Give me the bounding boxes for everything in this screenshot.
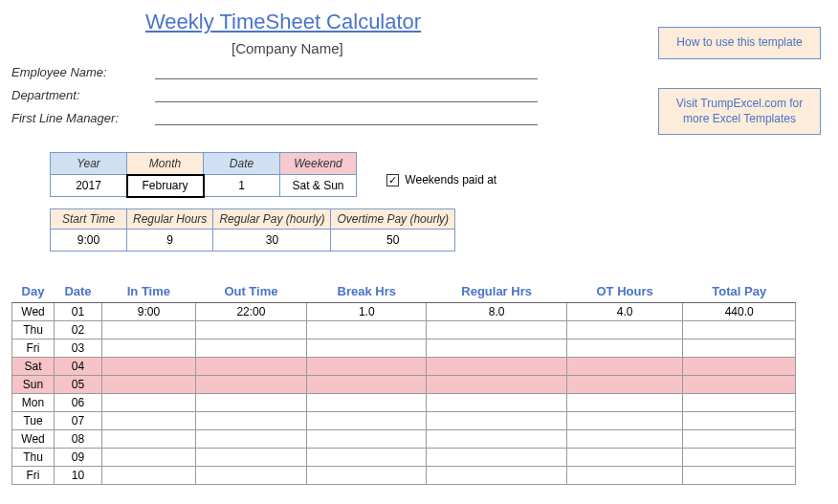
table-row: Thu02 [12, 321, 796, 340]
weekend-cell[interactable]: Sat & Sun [280, 175, 357, 197]
department-input-line[interactable] [155, 87, 538, 102]
cell-day[interactable]: Tue [12, 412, 55, 430]
cell-out[interactable] [195, 449, 306, 467]
cell-break[interactable] [307, 412, 427, 430]
start-time-cell[interactable]: 9:00 [51, 230, 127, 252]
cell-out[interactable] [195, 358, 306, 376]
cell-date[interactable]: 01 [55, 303, 102, 321]
cell-total[interactable] [683, 467, 796, 485]
cell-total[interactable] [683, 430, 796, 449]
cell-total[interactable] [683, 340, 796, 358]
cell-date[interactable]: 04 [55, 358, 102, 376]
cell-out[interactable]: 22:00 [195, 303, 306, 321]
regular-pay-cell[interactable]: 30 [213, 230, 331, 252]
cell-reg[interactable] [427, 376, 566, 394]
cell-reg[interactable] [427, 449, 566, 467]
cell-break[interactable]: 1.0 [307, 303, 427, 321]
weekends-paid-checkbox[interactable]: ✓ Weekends paid at [386, 173, 496, 186]
cell-day[interactable]: Fri [12, 467, 55, 485]
cell-date[interactable]: 05 [55, 376, 102, 394]
cell-break[interactable] [307, 358, 427, 376]
cell-date[interactable]: 03 [55, 340, 102, 358]
cell-reg[interactable] [427, 394, 566, 412]
cell-day[interactable]: Mon [12, 394, 55, 412]
pay-params-table: Start Time Regular Hours Regular Pay (ho… [50, 208, 455, 252]
cell-reg[interactable]: 8.0 [427, 303, 566, 321]
overtime-pay-cell[interactable]: 50 [331, 230, 455, 252]
howto-button[interactable]: How to use this template [658, 27, 821, 59]
cell-day[interactable]: Thu [12, 449, 55, 467]
cell-reg[interactable] [427, 430, 566, 449]
month-cell[interactable]: February [127, 175, 204, 197]
cell-break[interactable] [307, 467, 427, 485]
cell-day[interactable]: Sun [12, 376, 55, 394]
cell-ot[interactable] [566, 340, 683, 358]
cell-in[interactable] [102, 376, 196, 394]
cell-out[interactable] [195, 376, 306, 394]
cell-in[interactable] [102, 340, 196, 358]
cell-total[interactable] [683, 321, 796, 340]
cell-break[interactable] [307, 376, 427, 394]
cell-in[interactable] [102, 430, 196, 449]
regular-hours-cell[interactable]: 9 [127, 230, 213, 252]
manager-input-line[interactable] [155, 110, 538, 125]
employee-label: Employee Name: [11, 65, 155, 79]
cell-reg[interactable] [427, 321, 566, 340]
cell-in[interactable] [102, 394, 196, 412]
cell-day[interactable]: Sat [12, 358, 55, 376]
cell-break[interactable] [307, 394, 427, 412]
year-cell[interactable]: 2017 [51, 175, 127, 197]
cell-date[interactable]: 08 [55, 430, 102, 449]
cell-in[interactable]: 9:00 [102, 303, 196, 321]
cell-total[interactable] [683, 358, 796, 376]
cell-day[interactable]: Wed [12, 303, 55, 321]
cell-in[interactable] [102, 358, 196, 376]
cell-total[interactable] [683, 449, 796, 467]
cell-day[interactable]: Thu [12, 321, 55, 340]
cell-break[interactable] [307, 340, 427, 358]
cell-break[interactable] [307, 430, 427, 449]
cell-reg[interactable] [427, 412, 566, 430]
timesheet-table: Day Date In Time Out Time Break Hrs Regu… [11, 280, 796, 485]
cell-ot[interactable] [566, 430, 683, 449]
cell-ot[interactable] [566, 467, 683, 485]
col-total: Total Pay [683, 280, 796, 303]
cell-day[interactable]: Fri [12, 340, 55, 358]
cell-ot[interactable] [566, 376, 683, 394]
cell-day[interactable]: Wed [12, 430, 55, 449]
col-reg: Regular Hrs [427, 280, 566, 303]
cell-break[interactable] [307, 321, 427, 340]
cell-out[interactable] [195, 412, 306, 430]
cell-out[interactable] [195, 430, 306, 449]
cell-in[interactable] [102, 467, 196, 485]
cell-date[interactable]: 07 [55, 412, 102, 430]
cell-out[interactable] [195, 340, 306, 358]
cell-total[interactable] [683, 394, 796, 412]
cell-ot[interactable] [566, 321, 683, 340]
cell-reg[interactable] [427, 467, 566, 485]
cell-in[interactable] [102, 449, 196, 467]
cell-date[interactable]: 10 [55, 467, 102, 485]
cell-reg[interactable] [427, 358, 566, 376]
date-cell[interactable]: 1 [204, 175, 280, 197]
visit-button[interactable]: Visit TrumpExcel.com for more Excel Temp… [658, 88, 821, 135]
cell-ot[interactable] [566, 449, 683, 467]
cell-ot[interactable]: 4.0 [566, 303, 683, 321]
cell-ot[interactable] [566, 394, 683, 412]
cell-date[interactable]: 06 [55, 394, 102, 412]
cell-in[interactable] [102, 321, 196, 340]
cell-total[interactable]: 440.0 [683, 303, 796, 321]
cell-total[interactable] [683, 376, 796, 394]
cell-out[interactable] [195, 394, 306, 412]
cell-out[interactable] [195, 467, 306, 485]
cell-reg[interactable] [427, 340, 566, 358]
employee-input-line[interactable] [155, 64, 538, 79]
cell-ot[interactable] [566, 358, 683, 376]
cell-total[interactable] [683, 412, 796, 430]
cell-out[interactable] [195, 321, 306, 340]
cell-ot[interactable] [566, 412, 683, 430]
cell-in[interactable] [102, 412, 196, 430]
cell-date[interactable]: 02 [55, 321, 102, 340]
cell-break[interactable] [307, 449, 427, 467]
cell-date[interactable]: 09 [55, 449, 102, 467]
